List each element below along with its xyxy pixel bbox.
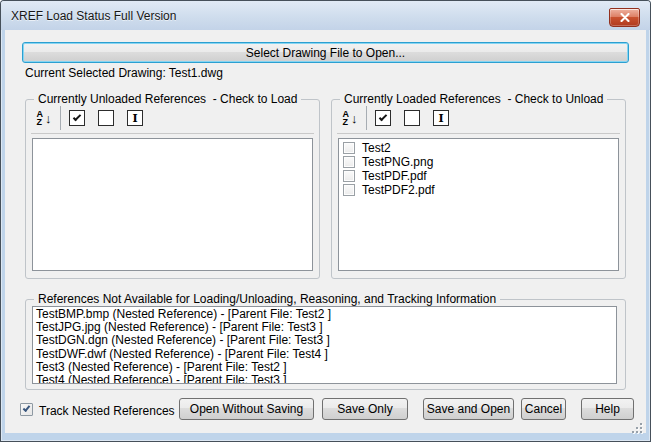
loaded-references-list[interactable]: Test2 TestPNG.png TestPDF.pdf TestPDF2.p…: [338, 138, 619, 271]
toolbar-separator: [60, 106, 61, 130]
current-selected-drawing-label: Current Selected Drawing: Test1.dwg: [25, 66, 223, 80]
loaded-references-group: Currently Loaded References - Check to U…: [331, 99, 626, 279]
item-checkbox[interactable]: [343, 156, 355, 168]
item-label: Test2: [362, 141, 391, 155]
list-item[interactable]: Test2: [339, 141, 618, 155]
unavailable-group-title: References Not Available for Loading/Unl…: [34, 292, 500, 306]
invert-selection-icon: I: [438, 113, 443, 124]
uncheck-all-button[interactable]: [404, 110, 420, 126]
item-checkbox[interactable]: [343, 170, 355, 182]
close-icon: [620, 13, 630, 22]
checked-box-icon: [73, 112, 81, 120]
window-title: XREF Load Status Full Version: [11, 9, 176, 23]
toolbar-separator: [366, 106, 367, 130]
checkmark-icon: [23, 404, 31, 412]
open-without-saving-button[interactable]: Open Without Saving: [179, 398, 314, 420]
unloaded-references-group: Currently Unloaded References - Check to…: [25, 99, 320, 279]
select-drawing-file-button[interactable]: Select Drawing File to Open...: [22, 42, 629, 63]
list-item[interactable]: TestPNG.png: [339, 155, 618, 169]
dialog-window: XREF Load Status Full Version Select Dra…: [0, 0, 651, 442]
check-all-button[interactable]: [375, 110, 391, 126]
list-item[interactable]: TestDGN.dgn (Nested Reference) - [Parent…: [36, 334, 616, 347]
sort-az-icon: A Z: [343, 110, 350, 126]
invert-selection-button[interactable]: I: [127, 110, 143, 126]
cancel-button[interactable]: Cancel: [521, 398, 566, 420]
save-and-open-button[interactable]: Save and Open: [423, 398, 514, 420]
unloaded-references-list[interactable]: [32, 138, 313, 271]
unavailable-references-group: References Not Available for Loading/Unl…: [25, 299, 626, 390]
checked-box-icon: [379, 112, 387, 120]
sort-az-icon: A Z: [37, 110, 44, 126]
sort-descending-arrow-icon: ↓: [45, 112, 52, 125]
unloaded-toolbar: A Z ↓ I: [31, 103, 314, 134]
uncheck-all-button[interactable]: [98, 110, 114, 126]
sort-descending-arrow-icon: ↓: [351, 112, 358, 125]
list-item[interactable]: TestPDF.pdf: [339, 169, 618, 183]
item-checkbox[interactable]: [343, 184, 355, 196]
track-nested-references-checkbox[interactable]: [20, 403, 33, 416]
list-item[interactable]: TestDWF.dwf (Nested Reference) - [Parent…: [36, 348, 616, 361]
help-button[interactable]: Help: [581, 398, 634, 420]
unavailable-references-list[interactable]: TestBMP.bmp (Nested Reference) - [Parent…: [32, 306, 617, 384]
dialog-client-area: Select Drawing File to Open... Current S…: [5, 30, 646, 433]
check-all-button[interactable]: [69, 110, 85, 126]
close-button[interactable]: [609, 8, 640, 27]
list-item[interactable]: TestPDF2.pdf: [339, 183, 618, 197]
invert-selection-icon: I: [132, 113, 137, 124]
invert-selection-button[interactable]: I: [433, 110, 449, 126]
sort-alphabetical-button[interactable]: A Z ↓: [337, 106, 363, 130]
list-item[interactable]: Test4 (Nested Reference) - [Parent File:…: [36, 374, 616, 384]
item-label: TestPDF2.pdf: [362, 183, 435, 197]
item-label: TestPDF.pdf: [362, 169, 427, 183]
loaded-toolbar: A Z ↓ I: [337, 103, 620, 134]
resize-grip[interactable]: [631, 423, 642, 434]
track-nested-references-label[interactable]: Track Nested References: [39, 404, 175, 418]
item-label: TestPNG.png: [362, 155, 433, 169]
title-bar[interactable]: XREF Load Status Full Version: [1, 1, 650, 30]
sort-alphabetical-button[interactable]: A Z ↓: [31, 106, 57, 130]
save-only-button[interactable]: Save Only: [322, 398, 408, 420]
item-checkbox[interactable]: [343, 142, 355, 154]
